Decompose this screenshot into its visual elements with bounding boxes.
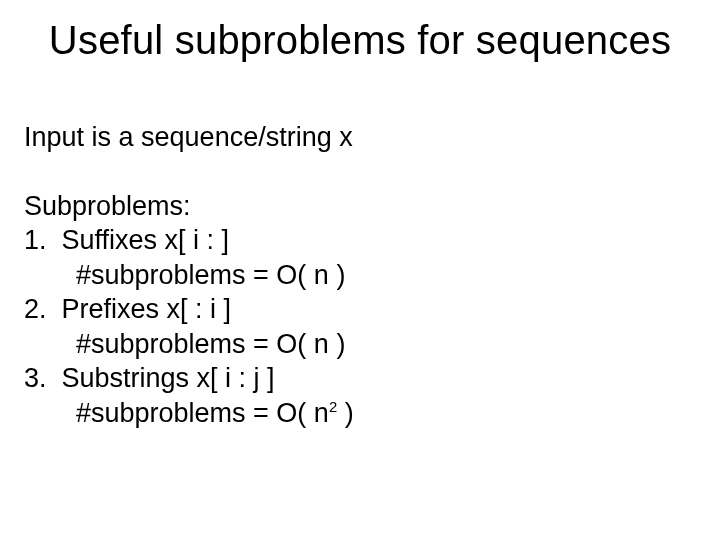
- item-definition: 1. Suffixes x[ i : ]: [24, 223, 680, 258]
- item-count: #subproblems = O( n2 ): [24, 396, 680, 431]
- slide-title: Useful subproblems for sequences: [0, 18, 720, 63]
- item-count: #subproblems = O( n ): [24, 258, 680, 293]
- item-definition: 2. Prefixes x[ : i ]: [24, 292, 680, 327]
- list-item: 2. Prefixes x[ : i ] #subproblems = O( n…: [24, 292, 680, 361]
- slide: Useful subproblems for sequences Input i…: [0, 0, 720, 540]
- item-count: #subproblems = O( n ): [24, 327, 680, 362]
- list-item: 3. Substrings x[ i : j ] #subproblems = …: [24, 361, 680, 430]
- item-definition: 3. Substrings x[ i : j ]: [24, 361, 680, 396]
- list-item: 1. Suffixes x[ i : ] #subproblems = O( n…: [24, 223, 680, 292]
- intro-text: Input is a sequence/string x: [24, 120, 680, 155]
- slide-body: Input is a sequence/string x Subproblems…: [24, 120, 680, 430]
- subproblems-heading: Subproblems:: [24, 189, 680, 224]
